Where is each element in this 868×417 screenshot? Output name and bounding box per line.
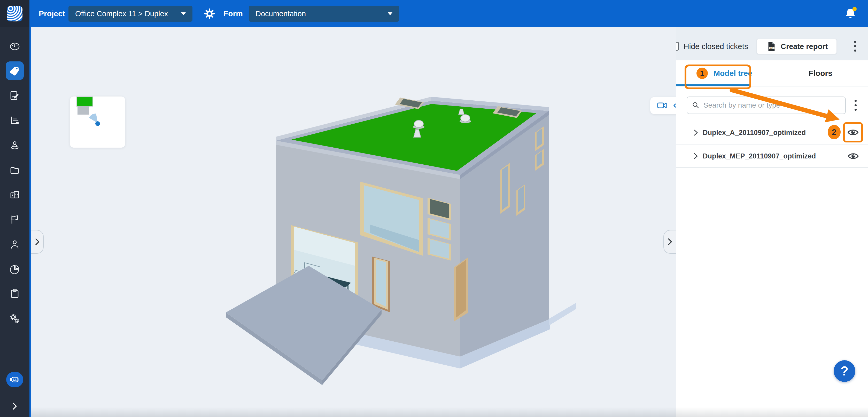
forms-edit-icon[interactable] — [9, 90, 21, 102]
annotation-step-1-badge: 1 — [696, 68, 708, 79]
model-tree-options-menu[interactable] — [850, 100, 861, 111]
settings-gears-icon[interactable] — [9, 313, 21, 325]
help-button[interactable]: ? — [834, 360, 855, 382]
building-3d-model[interactable] — [31, 59, 676, 417]
notifications-bell-icon[interactable] — [844, 6, 858, 21]
model-tree-row-duplex-a[interactable]: Duplex_A_20110907_optimized 2 — [676, 121, 868, 144]
left-panel-expand-handle[interactable] — [31, 230, 44, 254]
search-icon — [691, 100, 700, 110]
right-panel-collapse-handle[interactable] — [663, 230, 676, 254]
sidebar-nav — [0, 27, 29, 417]
chevron-right-icon — [34, 237, 41, 246]
expand-chevron-icon[interactable] — [692, 152, 700, 160]
top-bar: Project Office Complex 11 > Duplex Form … — [0, 0, 868, 27]
active-tab-underline — [676, 84, 751, 86]
tasks-clipboard-icon[interactable] — [9, 288, 21, 300]
flags-icon[interactable] — [9, 214, 21, 225]
tab-floors-label: Floors — [809, 69, 832, 78]
reports-pie-chart-icon[interactable] — [9, 264, 21, 275]
app-logo[interactable] — [0, 0, 29, 27]
annotation-step-2-badge: 2 — [828, 125, 841, 139]
form-dropdown[interactable]: Documentation — [249, 6, 399, 22]
caret-down-icon — [388, 12, 393, 15]
form-dropdown-value: Documentation — [255, 9, 381, 18]
model-tree-row-duplex-mep[interactable]: Duplex_MEP_20110907_optimized — [676, 145, 868, 168]
walkthrough-camera-icon[interactable] — [656, 100, 668, 111]
sidebar-accent-stripe — [29, 27, 31, 417]
bim-3d-viewer[interactable] — [31, 27, 676, 417]
create-report-button[interactable]: PDF Create report — [756, 39, 837, 54]
form-label: Form — [223, 0, 243, 27]
documents-folder-icon[interactable] — [9, 164, 21, 176]
viewer-minimap[interactable] — [70, 97, 125, 148]
tab-model-tree[interactable]: 1 Model tree — [676, 60, 772, 86]
minimap-plan — [70, 97, 125, 148]
projects-buildings-icon[interactable] — [9, 189, 21, 201]
camera-position-dot — [95, 121, 100, 126]
ai-assistant-button[interactable] — [6, 372, 23, 387]
visibility-toggle-eye-icon[interactable] — [847, 127, 859, 138]
site-presence-icon[interactable] — [9, 140, 21, 151]
svg-text:PDF: PDF — [769, 47, 775, 50]
visibility-toggle-eye-icon[interactable] — [847, 151, 859, 162]
contacts-person-icon[interactable] — [9, 239, 21, 250]
pdf-file-icon: PDF — [766, 40, 777, 53]
annotation-box-eye-toggle — [843, 122, 863, 142]
tab-floors[interactable]: Floors — [772, 60, 868, 86]
tickets-tag-icon[interactable] — [9, 65, 21, 77]
expand-chevron-icon[interactable] — [692, 129, 700, 137]
toolbar-overflow-menu[interactable] — [850, 41, 860, 53]
model-search-field[interactable] — [687, 97, 846, 114]
model-node-label[interactable]: Duplex_A_20110907_optimized — [703, 121, 806, 144]
hide-closed-tickets-label[interactable]: Hide closed tickets — [684, 39, 748, 54]
create-report-label: Create report — [781, 42, 828, 51]
notification-dot — [852, 7, 857, 11]
project-dropdown[interactable]: Office Complex 11 > Duplex — [68, 6, 192, 22]
toolbar-divider — [749, 38, 749, 55]
tab-model-tree-label: Model tree — [714, 69, 752, 78]
letsbuild-logo-icon — [7, 6, 23, 22]
model-node-label[interactable]: Duplex_MEP_20110907_optimized — [703, 145, 816, 167]
model-search-input[interactable] — [704, 101, 841, 109]
dashboard-gauge-icon[interactable] — [9, 40, 21, 53]
planning-gantt-icon[interactable] — [9, 114, 21, 127]
app-root: Project Office Complex 11 > Duplex Form … — [0, 0, 868, 417]
robot-icon — [9, 374, 21, 385]
caret-down-icon — [181, 12, 186, 15]
sidebar-expand-chevron-icon[interactable] — [10, 401, 20, 412]
chevron-right-icon — [666, 237, 674, 246]
toolbar-divider — [843, 38, 843, 55]
project-settings-gear-icon[interactable] — [204, 8, 215, 20]
project-dropdown-value: Office Complex 11 > Duplex — [75, 9, 175, 18]
project-label: Project — [39, 0, 65, 27]
help-label: ? — [841, 363, 848, 379]
